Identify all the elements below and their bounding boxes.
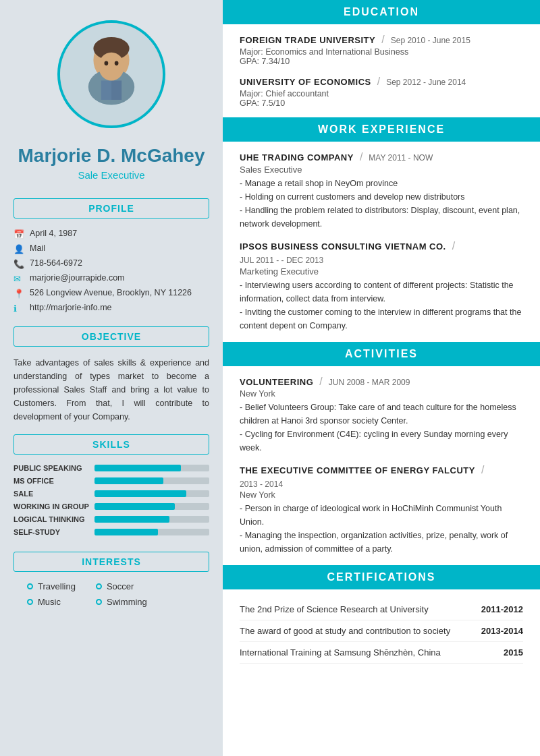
edu-major: Major: Chief accountant [240, 89, 523, 98]
activity-date: JUN 2008 - MAR 2009 [329, 378, 410, 387]
cert-name: The 2nd Prize of Science Research at Uni… [240, 604, 429, 614]
profile-email: ✉ marjorie@jourrapide.com [14, 271, 209, 286]
skill-bar-bg [94, 477, 209, 484]
skill-bar-bg [94, 490, 209, 497]
work-detail: - Holding on current customers and devel… [240, 190, 523, 204]
edu-gpa: GPA: 7.5/10 [240, 98, 523, 108]
profile-mail: 👤 Mail [14, 241, 209, 256]
phone-icon: 📞 [14, 259, 24, 269]
person-title: Sale Executive [78, 167, 144, 192]
work-role: Marketing Executive [240, 266, 523, 277]
skill-bar-bg [94, 503, 209, 510]
work-block: UHE TRADING COMPANY / MAY 2011 - NOW Sal… [223, 151, 540, 332]
education-header: EDUCATION [223, 0, 540, 24]
skill-label: PUBLIC SPEAKING [14, 464, 94, 472]
objective-text: Take advantages of sales skills & experi… [14, 352, 209, 428]
avatar-area [57, 0, 165, 138]
skill-bar-fill [94, 516, 169, 523]
cert-year: 2015 [504, 647, 523, 658]
interests-area: TravellingMusicSoccerSwimming [14, 577, 209, 611]
cert-name: The award of good at study and contribut… [240, 626, 450, 636]
work-detail: - Interviewing users according to conten… [240, 279, 523, 306]
interest-label: Music [38, 597, 61, 607]
activity-detail: - Managing the inspection, organization … [240, 529, 523, 556]
interest-dot [27, 599, 33, 605]
skill-bar-fill [94, 503, 175, 510]
profile-birthday: 📅 April 4, 1987 [14, 227, 209, 241]
skill-bar-fill [94, 477, 163, 484]
work-entry: IPSOS BUSINESS CONSULTING VIETNAM CO. / … [240, 240, 523, 332]
work-entry: UHE TRADING COMPANY / MAY 2011 - NOW Sal… [240, 151, 523, 231]
work-date: JUL 2011 - - DEC 2013 [240, 256, 323, 265]
edu-school: UNIVERSITY OF ECONOMICS [240, 77, 371, 87]
certifications-block: The 2nd Prize of Science Research at Uni… [223, 599, 540, 664]
cert-entry: The 2nd Prize of Science Research at Uni… [240, 599, 523, 620]
activity-location: New York [240, 389, 523, 399]
sidebar: Marjorie D. McGahey Sale Executive PROFI… [0, 0, 223, 756]
cert-entry: The award of good at study and contribut… [240, 620, 523, 642]
svg-rect-5 [111, 81, 122, 100]
activity-company: VOLUNTEERING [240, 377, 313, 387]
svg-point-6 [99, 53, 124, 81]
activity-detail: - Cycling for Environment (C4E): cycling… [240, 428, 523, 455]
activities-block: VOLUNTEERING / JUN 2008 - MAR 2009 New Y… [223, 376, 540, 556]
skills-section-header: SKILLS [14, 434, 209, 455]
activities-header: ACTIVITIES [223, 342, 540, 366]
activity-detail: - Person in charge of ideological work i… [240, 502, 523, 529]
skill-bar-bg [94, 465, 209, 471]
profile-phone: 📞 718-564-6972 [14, 256, 209, 271]
skill-row: WORKING IN GROUP [14, 502, 209, 511]
skill-label: MS OFFICE [14, 477, 94, 485]
interests-label: INTERESTS [82, 556, 141, 567]
education-entry: FOREIGN TRADE UNIVERSITY / Sep 2010 - Ju… [240, 34, 523, 66]
skill-label: LOGICAL THINKING [14, 515, 94, 523]
info-icon: ℹ [14, 303, 24, 314]
interest-dot [96, 583, 102, 589]
skill-label: WORKING IN GROUP [14, 502, 94, 511]
skills-label: SKILLS [92, 439, 130, 450]
interest-item: Soccer [96, 581, 147, 591]
work-role: Sales Executive [240, 165, 523, 175]
work-company: UHE TRADING COMPANY [240, 152, 354, 163]
person-name: Marjorie D. McGahey [5, 138, 219, 167]
education-block: FOREIGN TRADE UNIVERSITY / Sep 2010 - Ju… [223, 34, 540, 108]
activity-location: New York [240, 490, 523, 500]
interest-label: Soccer [107, 581, 134, 591]
location-icon: 📍 [14, 289, 24, 299]
edu-date: Sep 2012 - June 2014 [386, 78, 466, 87]
work-header: WORK EXPERIENCE [223, 117, 540, 142]
activity-entry: VOLUNTEERING / JUN 2008 - MAR 2009 New Y… [240, 376, 523, 455]
work-detail: - Manage a retail shop in NeyOm province [240, 177, 523, 190]
profile-website: ℹ http://marjorie-info.me [14, 301, 209, 316]
skill-bar-fill [94, 490, 186, 497]
work-company: IPSOS BUSINESS CONSULTING VIETNAM CO. [240, 241, 446, 252]
interest-item: Travelling [27, 581, 76, 591]
skill-row: LOGICAL THINKING [14, 515, 209, 523]
main-content: EDUCATION FOREIGN TRADE UNIVERSITY / Sep… [223, 0, 540, 756]
profile-section-header: PROFILE [14, 198, 209, 219]
skill-bar-bg [94, 516, 209, 523]
calendar-icon: 📅 [14, 229, 24, 239]
edu-major: Major: Economics and International Busin… [240, 47, 523, 57]
interest-label: Swimming [107, 597, 147, 607]
objective-section-header: OBJECTIVE [14, 326, 209, 347]
skill-label: SELF-STUDY [14, 528, 94, 536]
interests-section-header: INTERESTS [14, 552, 209, 572]
profile-items: 📅 April 4, 1987 👤 Mail 📞 718-564-6972 ✉ … [14, 224, 209, 320]
cert-entry: International Training at Samsung Shēnzh… [240, 642, 523, 664]
person-icon: 👤 [14, 244, 24, 254]
objective-label: OBJECTIVE [82, 331, 141, 342]
skill-bar-bg [94, 529, 209, 535]
svg-point-7 [105, 61, 109, 66]
cert-year: 2011-2012 [481, 604, 523, 614]
interest-label: Travelling [38, 581, 76, 591]
activity-company: THE EXECUTIVE COMMITTEE OF ENERGY FALCUT… [240, 465, 475, 475]
skill-row: SALE [14, 490, 209, 498]
activity-date: 2013 - 2014 [240, 479, 283, 489]
education-entry: UNIVERSITY OF ECONOMICS / Sep 2012 - Jun… [240, 76, 523, 108]
skill-row: PUBLIC SPEAKING [14, 464, 209, 472]
work-detail: - Handling the problem related to distri… [240, 204, 523, 231]
certifications-header: CERTIFICATIONS [223, 565, 540, 589]
interests-col: TravellingMusic [27, 581, 76, 607]
svg-rect-4 [101, 81, 111, 100]
